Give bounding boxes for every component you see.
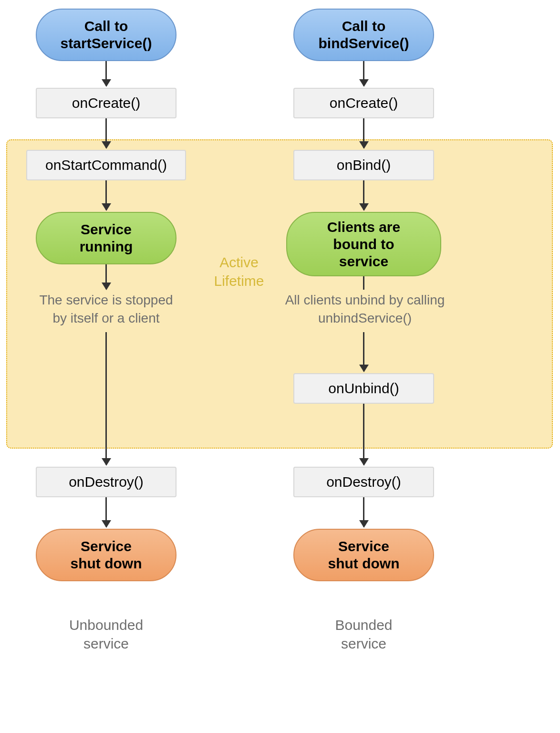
left-note-text: The service is stoppedby itself or a cli…: [21, 291, 191, 327]
left-shutdown-node: Serviceshut down: [36, 529, 176, 581]
right-oncreate-node: onCreate(): [293, 88, 434, 118]
right-bound-node: Clients arebound toservice: [286, 212, 441, 276]
arrow: [105, 118, 107, 148]
arrow: [363, 404, 364, 465]
arrow: [363, 180, 364, 210]
arrow-stub: [105, 264, 107, 289]
arrow-stub: [363, 276, 364, 290]
right-note-text: All clients unbind by callingunbindServi…: [265, 291, 465, 327]
left-onstartcommand-node: onStartCommand(): [26, 150, 186, 180]
arrow: [363, 497, 364, 527]
left-running-node: Servicerunning: [36, 212, 176, 264]
left-ondestroy-node: onDestroy(): [36, 467, 176, 497]
arrow: [363, 61, 364, 86]
right-onunbind-node: onUnbind(): [293, 373, 434, 404]
right-caption: Boundedservice: [293, 616, 434, 653]
left-caption: Unboundedservice: [36, 616, 176, 653]
arrow: [363, 118, 364, 148]
right-onbind-node: onBind(): [293, 150, 434, 180]
arrow: [105, 180, 107, 210]
right-shutdown-node: Serviceshut down: [293, 529, 434, 581]
arrow: [105, 497, 107, 527]
active-lifetime-label: ActiveLifetime: [196, 253, 282, 290]
left-start-node: Call tostartService(): [36, 9, 176, 61]
arrow: [105, 332, 107, 465]
right-ondestroy-node: onDestroy(): [293, 467, 434, 497]
arrow: [105, 61, 107, 86]
arrow: [363, 332, 364, 371]
right-start-node: Call tobindService(): [293, 9, 434, 61]
left-oncreate-node: onCreate(): [36, 88, 176, 118]
